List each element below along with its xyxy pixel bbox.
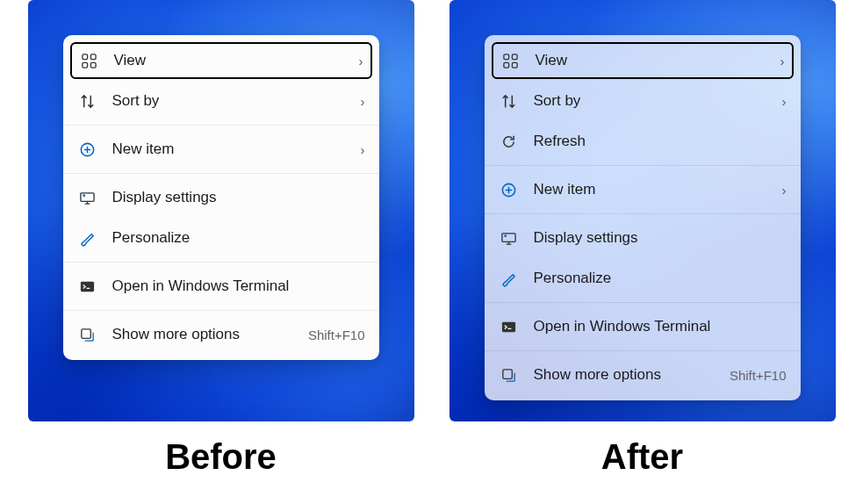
menu-item-sort-by[interactable]: Sort by› [485,81,801,121]
svg-rect-9 [504,54,509,59]
shortcut-label: Shift+F10 [730,368,787,383]
menu-item-label: Sort by [534,92,782,110]
menu-item-label: Sort by [112,92,361,110]
menu-item-sort-by[interactable]: Sort by› [63,81,379,121]
svg-rect-17 [503,369,512,378]
menu-item-view[interactable]: View› [70,42,372,79]
svg-rect-3 [90,62,96,68]
menu-item-label: Show more options [112,326,308,343]
more-icon [499,364,520,385]
menu-item-display-settings[interactable]: Display settings [485,218,801,258]
menu-item-new-item[interactable]: New item› [63,129,379,169]
menu-item-label: Show more options [534,366,730,384]
caption-before: Before [165,437,277,477]
chevron-right-icon: › [359,54,363,68]
sort-icon [77,90,98,112]
view-icon [79,50,100,71]
svg-rect-10 [512,54,517,59]
separator [485,350,801,351]
menu-item-open-terminal[interactable]: Open in Windows Terminal [63,266,379,306]
svg-point-6 [83,194,85,197]
svg-rect-12 [512,62,517,68]
separator [485,213,801,214]
brush-icon [77,227,98,248]
menu-item-label: View [114,52,359,69]
menu-item-label: New item [534,181,782,198]
separator [485,302,801,303]
svg-point-15 [504,234,507,237]
svg-rect-11 [504,62,509,68]
brush-icon [499,268,520,289]
svg-rect-8 [82,328,90,337]
separator [63,310,379,311]
context-menu-after: View›Sort by›RefreshNew item›Display set… [485,35,801,400]
view-icon [500,50,521,71]
new-icon [77,139,98,160]
menu-item-label: Open in Windows Terminal [112,277,365,295]
menu-item-view[interactable]: View› [492,42,794,79]
menu-item-label: Open in Windows Terminal [534,318,787,335]
desktop-wallpaper: View›Sort by›RefreshNew item›Display set… [449,0,836,421]
chevron-right-icon: › [361,94,365,109]
menu-item-label: New item [112,140,361,158]
svg-rect-1 [90,54,96,59]
menu-item-label: View [536,52,780,69]
display-icon [499,227,520,248]
menu-item-open-terminal[interactable]: Open in Windows Terminal [485,306,801,347]
chevron-right-icon: › [782,183,787,198]
chevron-right-icon: › [782,94,787,109]
separator [63,262,379,263]
separator [485,165,801,166]
terminal-icon [77,276,98,297]
svg-rect-2 [83,62,88,68]
menu-item-label: Personalize [534,270,787,287]
desktop-wallpaper: View›Sort by›New item›Display settingsPe… [28,0,414,421]
shortcut-label: Shift+F10 [308,328,365,342]
menu-item-new-item[interactable]: New item› [485,169,801,210]
menu-item-label: Display settings [112,189,365,206]
menu-item-personalize[interactable]: Personalize [485,258,801,299]
before-panel: View›Sort by›New item›Display settingsPe… [28,0,414,477]
context-menu-before: View›Sort by›New item›Display settingsPe… [63,35,379,360]
menu-item-show-more[interactable]: Show more optionsShift+F10 [485,355,801,395]
chevron-right-icon: › [780,54,785,68]
menu-item-label: Refresh [534,133,787,150]
svg-rect-14 [502,233,515,241]
separator [63,125,379,126]
menu-item-display-settings[interactable]: Display settings [63,177,379,218]
terminal-icon [499,316,520,337]
sort-icon [499,90,520,112]
caption-after: After [601,437,683,477]
refresh-icon [499,131,520,152]
svg-rect-7 [81,281,94,291]
chevron-right-icon: › [361,142,365,157]
after-panel: View›Sort by›RefreshNew item›Display set… [449,0,836,477]
more-icon [77,324,98,345]
svg-rect-0 [83,54,88,59]
svg-rect-16 [502,321,515,331]
display-icon [77,187,98,208]
menu-item-personalize[interactable]: Personalize [63,218,379,258]
menu-item-refresh[interactable]: Refresh [485,121,801,162]
svg-rect-5 [81,192,94,201]
new-icon [499,179,520,200]
menu-item-show-more[interactable]: Show more optionsShift+F10 [63,314,379,355]
separator [63,173,379,174]
menu-item-label: Personalize [112,229,365,247]
menu-item-label: Display settings [534,229,787,247]
